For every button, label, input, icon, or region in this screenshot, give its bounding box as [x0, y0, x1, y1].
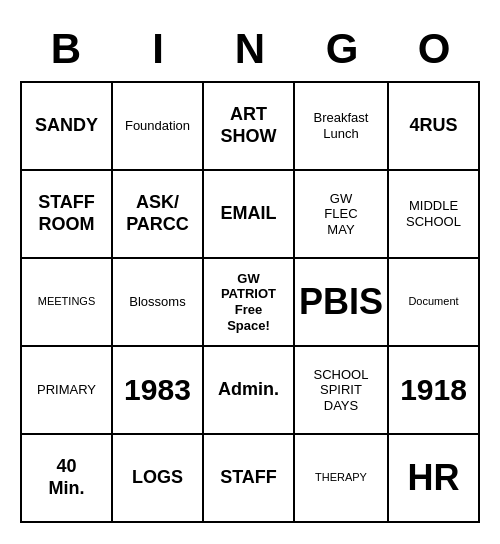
bingo-cell-r0-c0: SANDY [22, 83, 113, 171]
cell-text: Foundation [125, 118, 190, 134]
cell-text: PRIMARY [37, 382, 96, 398]
cell-text: PBIS [299, 280, 383, 323]
cell-text: THERAPY [315, 471, 367, 484]
bingo-cell-r1-c0: STAFFROOM [22, 171, 113, 259]
header-letter: I [112, 21, 204, 77]
bingo-cell-r2-c2: GWPATRIOTFreeSpace! [204, 259, 295, 347]
cell-text: BreakfastLunch [314, 110, 369, 141]
cell-text: ASK/PARCC [126, 192, 189, 235]
bingo-grid: SANDYFoundationARTSHOWBreakfastLunch4RUS… [20, 81, 480, 523]
cell-text: Blossoms [129, 294, 185, 310]
bingo-cell-r4-c3: THERAPY [295, 435, 389, 523]
cell-text: STAFFROOM [38, 192, 95, 235]
cell-text: Admin. [218, 379, 279, 401]
cell-text: SANDY [35, 115, 98, 137]
bingo-cell-r4-c2: STAFF [204, 435, 295, 523]
bingo-cell-r4-c0: 40Min. [22, 435, 113, 523]
bingo-cell-r1-c2: EMAIL [204, 171, 295, 259]
bingo-cell-r2-c0: MEETINGS [22, 259, 113, 347]
bingo-cell-r1-c1: ASK/PARCC [113, 171, 204, 259]
cell-text: GWFLECMAY [324, 191, 357, 238]
cell-text: 40Min. [48, 456, 84, 499]
cell-text: HR [408, 456, 460, 499]
cell-text: SCHOOLSPIRITDAYS [314, 367, 369, 414]
bingo-cell-r3-c2: Admin. [204, 347, 295, 435]
cell-text: 1983 [124, 372, 191, 408]
bingo-cell-r0-c4: 4RUS [389, 83, 480, 171]
cell-text: MEETINGS [38, 295, 95, 308]
bingo-cell-r2-c4: Document [389, 259, 480, 347]
bingo-cell-r2-c1: Blossoms [113, 259, 204, 347]
cell-text: 1918 [400, 372, 467, 408]
bingo-cell-r4-c4: HR [389, 435, 480, 523]
bingo-cell-r3-c1: 1983 [113, 347, 204, 435]
cell-text: ARTSHOW [220, 104, 276, 147]
bingo-cell-r3-c4: 1918 [389, 347, 480, 435]
bingo-cell-r3-c0: PRIMARY [22, 347, 113, 435]
bingo-cell-r1-c3: GWFLECMAY [295, 171, 389, 259]
cell-text: MIDDLESCHOOL [406, 198, 461, 229]
bingo-cell-r2-c3: PBIS [295, 259, 389, 347]
bingo-card: BINGO SANDYFoundationARTSHOWBreakfastLun… [10, 11, 490, 533]
bingo-cell-r0-c3: BreakfastLunch [295, 83, 389, 171]
header-letter: G [296, 21, 388, 77]
bingo-cell-r0-c2: ARTSHOW [204, 83, 295, 171]
cell-text: GWPATRIOTFreeSpace! [221, 271, 276, 333]
bingo-cell-r4-c1: LOGS [113, 435, 204, 523]
cell-text: EMAIL [220, 203, 276, 225]
cell-text: Document [408, 295, 458, 308]
cell-text: 4RUS [409, 115, 457, 137]
cell-text: LOGS [132, 467, 183, 489]
header-letter: O [388, 21, 480, 77]
bingo-cell-r0-c1: Foundation [113, 83, 204, 171]
header-letter: N [204, 21, 296, 77]
cell-text: STAFF [220, 467, 277, 489]
bingo-cell-r1-c4: MIDDLESCHOOL [389, 171, 480, 259]
bingo-header: BINGO [20, 21, 480, 77]
bingo-cell-r3-c3: SCHOOLSPIRITDAYS [295, 347, 389, 435]
header-letter: B [20, 21, 112, 77]
